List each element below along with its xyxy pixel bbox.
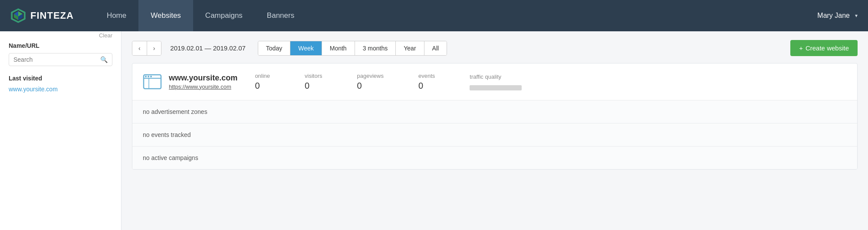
period-tab-today[interactable]: Today xyxy=(258,41,290,55)
stat-online: online 0 xyxy=(255,73,270,91)
period-tab-week[interactable]: Week xyxy=(290,41,322,55)
site-name: www.yoursite.com xyxy=(169,73,237,83)
stat-events: events 0 xyxy=(418,73,435,91)
toolbar: ‹ › 2019.02.01 — 2019.02.07 Today Week M… xyxy=(132,40,858,56)
period-tab-all[interactable]: All xyxy=(424,41,447,55)
stat-traffic-quality: traffic quality xyxy=(470,73,522,90)
logo: FINTEZA xyxy=(10,8,74,23)
events-value: 0 xyxy=(418,81,423,91)
info-row-no-zones: no advertisement zones xyxy=(132,100,857,123)
info-row-no-events: no events tracked xyxy=(132,123,857,147)
date-range: 2019.02.01 — 2019.02.07 xyxy=(170,44,245,52)
create-btn-icon: + xyxy=(799,44,803,52)
nav-item-banners[interactable]: Banners xyxy=(255,0,306,31)
nav-links: Home Websites Campaigns Banners xyxy=(95,0,817,31)
visitors-value: 0 xyxy=(305,81,309,91)
website-header-row: www.yoursite.com https://www.yoursite.co… xyxy=(132,63,857,100)
logo-text: FINTEZA xyxy=(30,10,74,21)
date-nav-arrows: ‹ › xyxy=(132,41,161,56)
period-tabs: Today Week Month 3 months Year All xyxy=(258,41,447,56)
search-input[interactable] xyxy=(13,56,100,63)
content-area: ‹ › 2019.02.01 — 2019.02.07 Today Week M… xyxy=(122,31,868,230)
events-label: events xyxy=(418,73,435,79)
svg-point-10 xyxy=(145,76,147,77)
last-visited-label: Last visited xyxy=(9,75,112,82)
main-layout: Name/URL Clear 🔍 Last visited www.yoursi… xyxy=(0,31,868,230)
online-value: 0 xyxy=(255,81,260,91)
period-tab-year[interactable]: Year xyxy=(396,41,424,55)
last-visited-link[interactable]: www.yoursite.com xyxy=(9,86,58,93)
user-menu-chevron-icon: ▾ xyxy=(855,13,858,19)
nav-item-home[interactable]: Home xyxy=(95,0,138,31)
nav-item-websites[interactable]: Websites xyxy=(138,0,193,31)
site-url[interactable]: https://www.yoursite.com xyxy=(169,83,231,90)
top-navigation: FINTEZA Home Websites Campaigns Banners … xyxy=(0,0,868,31)
stats-area: online 0 visitors 0 pageviews 0 events 0 xyxy=(255,73,847,91)
svg-point-12 xyxy=(150,76,152,77)
info-row-no-campaigns: no active campaigns xyxy=(132,147,857,169)
pageviews-value: 0 xyxy=(357,81,362,91)
svg-point-11 xyxy=(148,76,149,77)
visitors-label: visitors xyxy=(305,73,322,79)
traffic-quality-bar xyxy=(470,85,522,90)
period-tab-month[interactable]: Month xyxy=(322,41,355,55)
clear-filter-button[interactable]: Clear xyxy=(99,32,112,39)
user-menu[interactable]: Mary Jane ▾ xyxy=(817,12,858,20)
create-btn-label: Create website xyxy=(806,44,849,52)
prev-date-button[interactable]: ‹ xyxy=(132,41,147,55)
nav-item-campaigns[interactable]: Campaigns xyxy=(193,0,255,31)
stat-pageviews: pageviews 0 xyxy=(357,73,384,91)
username: Mary Jane xyxy=(817,12,850,20)
filter-label: Name/URL xyxy=(9,42,39,49)
site-icon xyxy=(143,72,162,91)
next-date-button[interactable]: › xyxy=(147,41,161,55)
traffic-quality-label: traffic quality xyxy=(470,73,501,80)
website-card: www.yoursite.com https://www.yoursite.co… xyxy=(132,63,858,170)
search-box: 🔍 xyxy=(9,53,112,66)
pageviews-label: pageviews xyxy=(357,73,384,79)
create-website-button[interactable]: + Create website xyxy=(790,40,858,56)
stat-visitors: visitors 0 xyxy=(305,73,322,91)
period-tab-3months[interactable]: 3 months xyxy=(355,41,396,55)
site-info: www.yoursite.com https://www.yoursite.co… xyxy=(169,73,237,90)
sidebar: Name/URL Clear 🔍 Last visited www.yoursi… xyxy=(0,31,122,230)
online-label: online xyxy=(255,73,270,79)
search-icon: 🔍 xyxy=(100,56,108,63)
finteza-logo-icon xyxy=(10,8,26,23)
